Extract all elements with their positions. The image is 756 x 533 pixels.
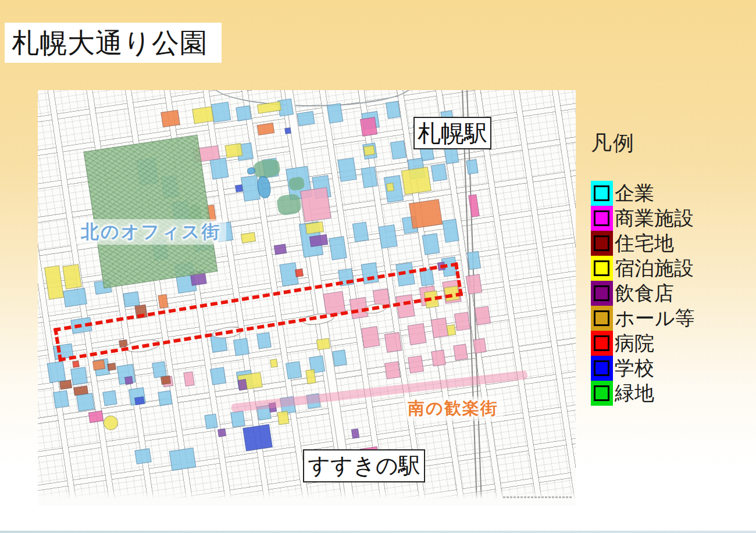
legend: 凡例 企業商業施設住宅地宿泊施設飲食店ホール等病院学校緑地	[591, 130, 695, 406]
map-block-bl	[235, 184, 243, 192]
legend-item: ホール等	[591, 306, 695, 331]
legend-swatch	[591, 381, 613, 406]
legend-swatch-inner-square	[594, 210, 609, 226]
legend-item-label: 宿泊施設	[615, 256, 694, 281]
legend-item-label: ホール等	[615, 306, 695, 331]
legend-item: 緑地	[591, 381, 695, 406]
map-block-b	[123, 291, 140, 307]
legend-swatch	[591, 181, 613, 206]
legend-swatch-inner-square	[594, 360, 609, 376]
map-block-b	[210, 158, 229, 180]
map-block-b	[53, 390, 69, 408]
map-block-p	[408, 355, 424, 373]
legend-item: 住宅地	[591, 231, 695, 256]
map-block-mp	[360, 117, 377, 137]
park-area	[83, 135, 217, 289]
map-attribution	[503, 496, 572, 498]
legend-item-label: 病院	[615, 331, 654, 356]
legend-item: 企業	[591, 181, 695, 206]
legend-item: 学校	[591, 356, 695, 381]
legend-item-label: 緑地	[615, 381, 654, 406]
north-office-district-label: 北のオフィス街	[76, 219, 226, 245]
map-block-p	[183, 371, 194, 387]
map-block-o	[92, 360, 105, 371]
bottom-edge-strip	[0, 531, 756, 533]
map-block-b	[467, 251, 481, 270]
map-block-b	[286, 361, 302, 379]
legend-item: 宿泊施設	[591, 256, 695, 281]
map-block-pu	[274, 244, 287, 255]
legend-item: 飲食店	[591, 281, 695, 306]
susukino-station-label: すすきの駅	[303, 449, 425, 482]
map-block-p	[431, 350, 446, 367]
map-block-b	[352, 221, 369, 242]
map-block-b	[256, 332, 272, 349]
map-block-p	[361, 326, 380, 348]
map-block-b	[76, 393, 95, 412]
map-block-bl	[134, 396, 145, 405]
map-block-br	[161, 375, 171, 385]
legend-item: 商業施設	[591, 206, 695, 231]
map-block-y	[62, 264, 82, 289]
map-block-y	[447, 324, 457, 336]
map-block-y	[277, 411, 289, 425]
map-block-b	[386, 101, 401, 119]
map-block-p	[473, 338, 486, 354]
map-block-pu	[238, 379, 248, 391]
map-block-mp	[88, 410, 104, 423]
map-block-p	[408, 323, 427, 345]
map-block-pu	[124, 376, 133, 385]
map-block-y	[225, 143, 243, 158]
legend-swatch-inner-square	[594, 385, 609, 401]
legend-item-label: 学校	[615, 356, 654, 381]
legend-swatch	[591, 306, 613, 331]
map-block-y	[316, 338, 330, 350]
map-block-b	[102, 391, 117, 406]
map-block-b	[329, 236, 347, 260]
legend-item: 病院	[591, 331, 695, 356]
map-block-p	[431, 317, 448, 338]
map-block-b	[233, 338, 249, 356]
map-block-b	[332, 350, 347, 367]
map-block-re	[72, 360, 80, 368]
map-block-p	[384, 361, 401, 379]
sapporo-station-label: 札幌駅	[413, 117, 491, 149]
map-block-b	[230, 411, 245, 428]
legend-swatch-inner-square	[594, 235, 609, 251]
legend-swatch	[591, 356, 613, 381]
map-block-pu	[351, 428, 359, 439]
legend-swatch	[591, 206, 613, 231]
map-block-b	[466, 159, 478, 174]
legend-swatch	[591, 231, 613, 256]
legend-swatch-inner-square	[594, 260, 609, 276]
map-block-b	[327, 103, 343, 123]
legend-item-label: 商業施設	[615, 206, 694, 231]
map-block-p	[453, 344, 468, 361]
legend-heading: 凡例	[591, 130, 695, 155]
page-title: 札幌大通り公園	[5, 23, 222, 63]
slide-root: 札幌大通り公園 札幌駅 すすきの駅 北のオフィス街 南の歓楽街 凡例 企業商業施…	[0, 0, 756, 533]
map-block-b	[63, 288, 87, 307]
map-block-y	[363, 145, 375, 156]
map-block-b	[134, 448, 151, 464]
map-block-p	[475, 306, 491, 325]
map-block-br	[59, 380, 72, 390]
map-block-b	[390, 140, 406, 159]
map-block-p	[300, 187, 331, 222]
map-block-b	[158, 391, 172, 406]
legend-item-label: 飲食店	[615, 281, 674, 306]
map-block-p	[454, 312, 470, 331]
map-block-b	[47, 361, 66, 383]
legend-item-label: 住宅地	[615, 231, 674, 256]
legend-item-label: 企業	[615, 181, 654, 206]
legend-swatch	[591, 281, 613, 306]
map-block-y	[192, 106, 213, 124]
map-block-y	[270, 359, 278, 368]
city-map: 札幌駅 すすきの駅 北のオフィス街 南の歓楽街	[38, 90, 576, 506]
map-block-p	[384, 332, 402, 352]
map-block-bl	[284, 127, 291, 134]
map-block-y	[386, 183, 394, 192]
map-block-b	[236, 105, 251, 121]
south-entertainment-district-label: 南の歓楽街	[403, 396, 503, 421]
map-block-b	[431, 163, 447, 181]
